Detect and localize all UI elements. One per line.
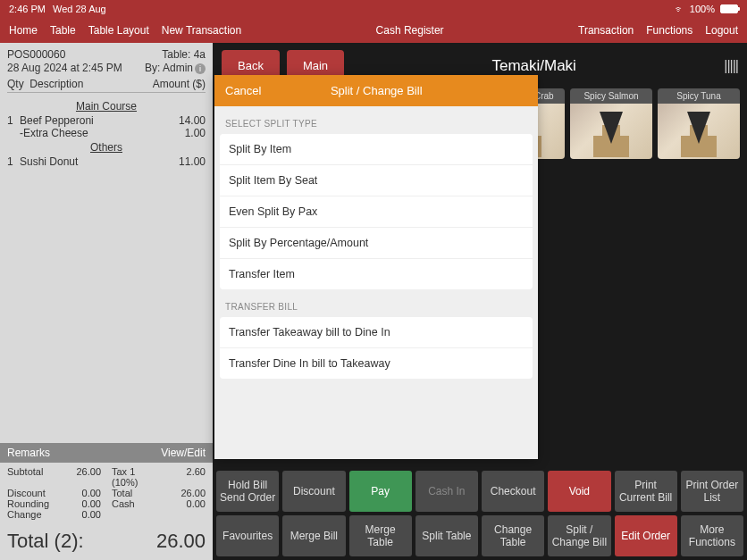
menu-functions[interactable]: Functions (646, 24, 692, 37)
split-type-list: Split By Item Split Item By Seat Even Sp… (220, 134, 533, 289)
function-buttons: Hold Bill Send Order Discount Pay Cash I… (213, 467, 747, 560)
subtotal-label: Subtotal (7, 466, 55, 488)
menu-logout[interactable]: Logout (705, 24, 738, 37)
change-value: 0.00 (55, 509, 113, 520)
category-title: Temaki/Maki (351, 57, 717, 75)
menu-table-layout[interactable]: Table Layout (88, 24, 149, 37)
info-icon[interactable]: i (195, 63, 206, 74)
more-functions-button[interactable]: More Functions (681, 515, 743, 556)
line-item[interactable]: 1 Beef Pepperoni 14.00 (7, 114, 206, 127)
pay-button[interactable]: Pay (349, 471, 412, 512)
split-by-percentage-option[interactable]: Split By Percentage/Amount (220, 228, 533, 259)
receipt-pane: POS000060 Table: 4a 28 Aug 2024 at 2:45 … (0, 43, 213, 560)
line-item[interactable]: 1 Sushi Donut 11.00 (7, 155, 206, 168)
rounding-value: 0.00 (55, 498, 113, 509)
product-card[interactable]: Spicy Salmon (570, 88, 652, 159)
subtotal-value: 26.00 (55, 466, 113, 488)
table-id: Table: 4a (162, 48, 206, 61)
merge-table-button[interactable]: Merge Table (349, 515, 412, 556)
tax-label: Tax 1 (10%) (112, 466, 159, 488)
rounding-label: Rounding (7, 498, 55, 509)
modal-title: Split / Change Bill (261, 84, 491, 97)
status-bar: 2:46 PM Wed 28 Aug ᯤ 100% (0, 0, 747, 18)
receipt-datetime: 28 Aug 2024 at 2:45 PM (7, 62, 122, 74)
menu-new-transaction[interactable]: New Transaction (162, 24, 241, 37)
col-amount: Amount ($) (153, 78, 206, 90)
menu-title: Cash Register (254, 24, 566, 37)
transfer-bill-list: Transfer Takeaway bill to Dine In Transf… (220, 317, 533, 379)
discount-value: 0.00 (55, 488, 113, 498)
split-by-item-option[interactable]: Split By Item (220, 134, 533, 165)
void-button[interactable]: Void (548, 471, 610, 512)
menu-bar: Home Table Table Layout New Transaction … (0, 18, 747, 43)
section-main-course: Main Course (7, 100, 206, 113)
remarks-bar[interactable]: Remarks View/Edit (0, 443, 213, 463)
print-current-bill-button[interactable]: Print Current Bill (615, 471, 677, 512)
receipt-by: By: Admini (145, 62, 206, 74)
menu-transaction[interactable]: Transaction (578, 24, 634, 37)
discount-button[interactable]: Discount (282, 471, 345, 512)
battery-icon (720, 4, 738, 13)
split-change-bill-button[interactable]: Split / Change Bill (548, 515, 610, 556)
select-split-type-label: SELECT SPLIT TYPE (214, 106, 538, 134)
change-label: Change (7, 509, 55, 520)
change-table-button[interactable]: Change Table (482, 515, 544, 556)
transfer-takeaway-to-dinein-option[interactable]: Transfer Takeaway bill to Dine In (220, 317, 533, 348)
hold-bill-button[interactable]: Hold Bill Send Order (216, 471, 279, 512)
split-table-button[interactable]: Split Table (415, 515, 478, 556)
product-image (570, 104, 652, 159)
total-label: Total (112, 488, 159, 498)
modal-cancel-button[interactable]: Cancel (225, 84, 261, 97)
wifi-icon: ᯤ (675, 4, 684, 14)
transfer-dinein-to-takeaway-option[interactable]: Transfer Dine In bill to Takeaway (220, 348, 533, 379)
split-item-by-seat-option[interactable]: Split Item By Seat (220, 165, 533, 196)
col-qty: Qty (7, 78, 24, 90)
split-change-bill-modal: Cancel Split / Change Bill SELECT SPLIT … (214, 75, 538, 459)
remarks-label: Remarks (7, 447, 50, 459)
favourites-button[interactable]: Favourites (216, 515, 279, 556)
edit-order-button[interactable]: Edit Order (615, 515, 677, 556)
grand-total-label: Total (2): (7, 530, 84, 553)
status-date: Wed 28 Aug (53, 4, 106, 14)
product-card[interactable]: Spicy Tuna (658, 88, 740, 159)
cash-in-button[interactable]: Cash In (415, 471, 478, 512)
print-order-list-button[interactable]: Print Order List (681, 471, 743, 512)
status-time: 2:46 PM (9, 4, 46, 14)
pos-id: POS000060 (7, 48, 65, 61)
grand-total: Total (2): 26.00 (0, 523, 213, 560)
transfer-item-option[interactable]: Transfer Item (220, 259, 533, 289)
total-value: 26.00 (159, 488, 206, 498)
line-modifier[interactable]: -Extra Cheese 1.00 (7, 127, 206, 139)
menu-table[interactable]: Table (50, 24, 76, 37)
barcode-icon[interactable]: ||||| (724, 58, 738, 74)
cash-label: Cash (112, 498, 159, 509)
transfer-bill-label: TRANSFER BILL (214, 289, 538, 317)
merge-bill-button[interactable]: Merge Bill (282, 515, 345, 556)
view-edit-link[interactable]: View/Edit (161, 447, 206, 459)
col-desc: Description (29, 78, 83, 90)
battery-percent: 100% (690, 4, 715, 14)
section-others: Others (7, 141, 206, 154)
tax-value: 2.60 (159, 466, 206, 488)
menu-home[interactable]: Home (9, 24, 38, 37)
discount-label: Discount (7, 488, 55, 498)
product-image (658, 104, 740, 159)
checkout-button[interactable]: Checkout (482, 471, 544, 512)
cash-value: 0.00 (159, 498, 206, 509)
grand-total-value: 26.00 (156, 530, 206, 553)
even-split-by-pax-option[interactable]: Even Split By Pax (220, 196, 533, 228)
